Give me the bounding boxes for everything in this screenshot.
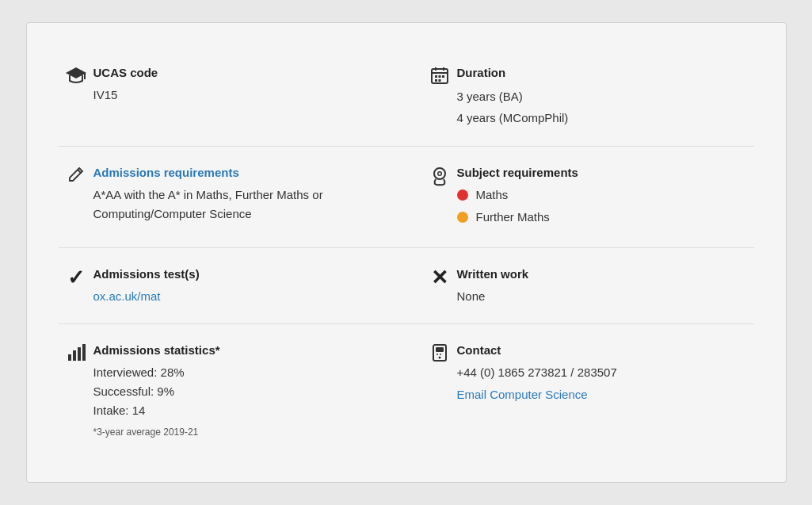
email-link[interactable]: Email Computer Science [457, 388, 588, 401]
bar-chart-icon [59, 342, 93, 362]
duration-label: Duration [457, 64, 738, 81]
written-work-label: Written work [457, 266, 738, 282]
admissions-test-label: Admissions test(s) [93, 266, 375, 282]
duration-line-2: 4 years (MCompPhil) [457, 107, 738, 128]
x-icon: ✕ [422, 266, 457, 288]
admissions-stats-cell: Admissions statistics* Interviewed: 28% … [59, 324, 406, 457]
subject-further-maths-row: Further Maths [457, 208, 738, 227]
subject-icon [422, 164, 457, 186]
subject-req-content: Subject requirements Maths Further Maths [457, 164, 738, 230]
further-maths-dot [457, 212, 468, 223]
subject-req-label: Subject requirements [457, 164, 738, 181]
checkmark-icon: ✓ [59, 266, 93, 288]
svg-point-21 [438, 357, 440, 359]
written-work-value: None [457, 287, 738, 306]
info-card: UCAS code IV15 Duration [26, 22, 787, 482]
admissions-req-cell: Admissions requirements A*AA with the A*… [59, 147, 406, 248]
stats-line-2: Successful: 9% [93, 382, 375, 401]
svg-rect-17 [78, 347, 81, 361]
svg-point-14 [438, 173, 440, 175]
duration-content: Duration 3 years (BA) 4 years (MCompPhil… [457, 64, 738, 128]
svg-rect-9 [435, 79, 437, 82]
ucas-code-label: UCAS code [93, 64, 375, 81]
duration-value: 3 years (BA) 4 years (MCompPhil) [457, 86, 738, 128]
subject-maths-row: Maths [457, 186, 738, 205]
ucas-code-value: IV15 [93, 86, 375, 105]
admissions-stats-value: Interviewed: 28% Successful: 9% Intake: … [93, 363, 375, 440]
maths-label: Maths [476, 186, 509, 205]
admissions-req-label[interactable]: Admissions requirements [93, 164, 375, 181]
further-maths-label: Further Maths [476, 208, 550, 227]
stats-footnote: *3-year average 2019-21 [93, 425, 375, 440]
svg-rect-20 [436, 347, 444, 352]
svg-rect-15 [68, 354, 71, 361]
contact-value: +44 (0) 1865 273821 / 283507 Email Compu… [457, 363, 738, 404]
contact-label: Contact [457, 342, 738, 358]
svg-rect-18 [82, 344, 86, 361]
ucas-code-content: UCAS code IV15 [93, 64, 375, 105]
admissions-test-content: Admissions test(s) ox.ac.uk/mat [93, 266, 375, 306]
duration-cell: Duration 3 years (BA) 4 years (MCompPhil… [406, 47, 754, 147]
contact-phone: +44 (0) 1865 273821 / 283507 [457, 363, 738, 382]
admissions-test-cell: ✓ Admissions test(s) ox.ac.uk/mat [59, 248, 406, 324]
subject-req-cell: Subject requirements Maths Further Maths [406, 147, 754, 248]
admissions-test-value: ox.ac.uk/mat [93, 287, 375, 306]
svg-marker-0 [66, 67, 86, 78]
contact-content: Contact +44 (0) 1865 273821 / 283507 Ema… [457, 342, 738, 404]
svg-rect-6 [435, 75, 437, 78]
svg-rect-7 [438, 75, 440, 78]
mat-link[interactable]: ox.ac.uk/mat [93, 289, 161, 303]
duration-line-1: 3 years (BA) [457, 86, 738, 107]
stats-line-1: Interviewed: 28% [93, 363, 375, 382]
svg-rect-10 [438, 79, 440, 82]
maths-dot [457, 189, 468, 201]
svg-rect-8 [442, 75, 444, 78]
ucas-code-cell: UCAS code IV15 [59, 47, 406, 147]
contact-cell: Contact +44 (0) 1865 273821 / 283507 Ema… [406, 324, 754, 457]
written-work-cell: ✕ Written work None [406, 248, 754, 324]
stats-line-3: Intake: 14 [93, 401, 375, 420]
info-grid: UCAS code IV15 Duration [59, 47, 754, 457]
admissions-req-content: Admissions requirements A*AA with the A*… [93, 164, 375, 224]
admissions-stats-label: Admissions statistics* [93, 342, 375, 358]
pencil-icon [59, 164, 93, 185]
admissions-req-value: A*AA with the A* in Maths, Further Maths… [93, 186, 375, 224]
subject-req-value: Maths Further Maths [457, 186, 738, 227]
admissions-stats-content: Admissions statistics* Interviewed: 28% … [93, 342, 375, 440]
written-work-content: Written work None [457, 266, 738, 306]
calendar-icon [422, 64, 457, 85]
svg-rect-16 [73, 350, 76, 361]
phone-icon [422, 342, 457, 362]
graduation-icon [59, 64, 93, 85]
